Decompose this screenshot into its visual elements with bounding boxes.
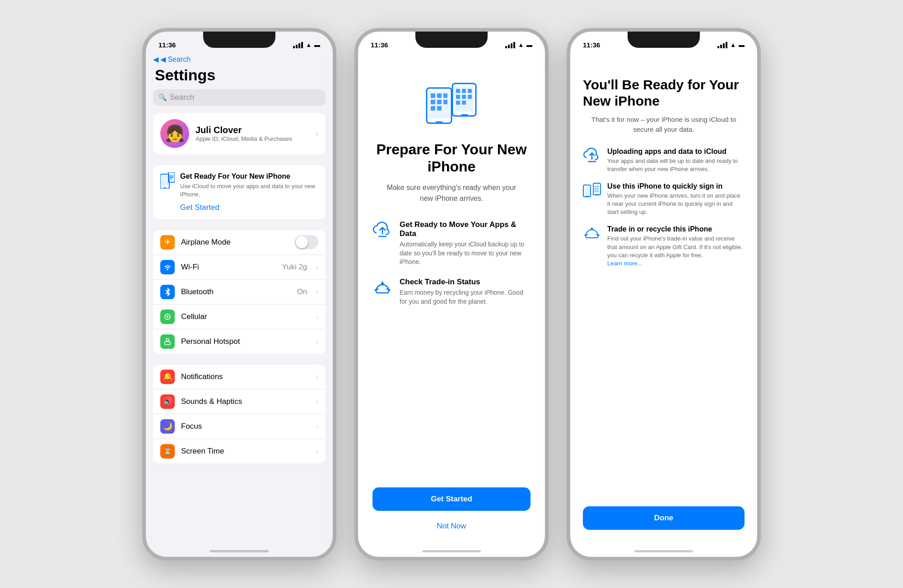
recycle2-icon bbox=[583, 225, 601, 268]
ready-feature-signin-text: Use this iPhone to quickly sign in When … bbox=[607, 182, 745, 217]
not-now-button[interactable]: Not Now bbox=[372, 518, 531, 534]
hotspot-label: Personal Hotspot bbox=[181, 337, 307, 346]
svg-rect-33 bbox=[468, 89, 472, 93]
svg-rect-21 bbox=[437, 93, 442, 98]
battery-icon: ▬ bbox=[314, 42, 320, 48]
svg-rect-51 bbox=[595, 190, 596, 192]
done-button[interactable]: Done bbox=[583, 506, 745, 530]
ready-title: You'll Be Ready for Your New iPhone bbox=[583, 77, 745, 109]
svg-rect-20 bbox=[431, 93, 435, 98]
status-time: 11:36 bbox=[158, 41, 176, 49]
settings-row-sounds[interactable]: 🔊 Sounds & Haptics › bbox=[153, 389, 326, 414]
home-indicator bbox=[634, 550, 693, 552]
profile-card[interactable]: 👧 Juli Clover Apple ID, iCloud, Media & … bbox=[153, 113, 326, 154]
svg-rect-19 bbox=[436, 121, 442, 123]
svg-rect-47 bbox=[595, 186, 596, 187]
focus-icon: 🌙 bbox=[160, 419, 175, 434]
svg-rect-14 bbox=[165, 342, 170, 345]
svg-rect-22 bbox=[443, 93, 447, 98]
phone-settings: 11:36 ▲ ▬ ◀ ◀ Search Settings 🔍 Search bbox=[142, 28, 336, 560]
svg-rect-26 bbox=[431, 106, 435, 111]
cloud-upload-icon bbox=[372, 221, 392, 267]
svg-rect-1 bbox=[161, 176, 168, 185]
feature-move-text: Get Ready to Move Your Apps & Data Autom… bbox=[400, 220, 531, 267]
iphone-icon bbox=[160, 172, 175, 189]
wifi-icon: ▲ bbox=[306, 42, 312, 48]
svg-rect-35 bbox=[462, 95, 466, 99]
wifi-chevron-icon: › bbox=[316, 264, 318, 271]
get-ready-card: Get Ready For Your New iPhone Use iCloud… bbox=[153, 165, 326, 219]
svg-rect-37 bbox=[456, 101, 460, 105]
svg-rect-49 bbox=[595, 188, 596, 190]
svg-rect-50 bbox=[597, 188, 598, 190]
settings-row-bluetooth[interactable]: Bluetooth On › bbox=[153, 280, 326, 305]
svg-point-9 bbox=[167, 316, 168, 318]
ready-buttons: Done bbox=[583, 506, 745, 546]
prepare-content: Prepare For Your New iPhone Make sure ev… bbox=[358, 54, 545, 557]
svg-rect-30 bbox=[461, 114, 468, 116]
svg-point-15 bbox=[166, 338, 169, 341]
upload-icon bbox=[583, 148, 601, 173]
settings-row-screentime[interactable]: ⏳ Screen Time › bbox=[153, 439, 326, 463]
bluetooth-value: On bbox=[297, 287, 307, 296]
feature-tradein-text: Check Trade-in Status Earn money by recy… bbox=[400, 278, 531, 306]
settings-row-cellular[interactable]: Cellular › bbox=[153, 305, 326, 329]
settings-row-wifi[interactable]: Wi-Fi Yuki 2g › bbox=[153, 255, 326, 280]
screentime-icon: ⏳ bbox=[160, 444, 175, 458]
hotspot-chevron-icon: › bbox=[316, 338, 318, 345]
svg-rect-42 bbox=[584, 187, 590, 195]
home-indicator bbox=[210, 550, 269, 552]
search-placeholder: Search bbox=[170, 93, 194, 102]
ready-feature-signin: Use this iPhone to quickly sign in When … bbox=[583, 182, 745, 217]
status-time: 11:36 bbox=[371, 41, 388, 49]
sounds-chevron-icon: › bbox=[316, 398, 318, 405]
screentime-label: Screen Time bbox=[181, 447, 307, 456]
wifi-value: Yuki 2g bbox=[282, 263, 307, 272]
settings-row-focus[interactable]: 🌙 Focus › bbox=[153, 414, 326, 439]
ready-feature-recycle-desc: Find out your iPhone's trade-in value an… bbox=[607, 235, 745, 268]
back-nav[interactable]: ◀ ◀ Search bbox=[146, 54, 333, 66]
get-started-button[interactable]: Get Started bbox=[372, 487, 531, 511]
get-started-link[interactable]: Get Started bbox=[180, 203, 219, 212]
notifications-icon: 🔔 bbox=[160, 370, 175, 384]
ready-features: Uploading apps and data to iCloud Your a… bbox=[583, 148, 745, 506]
ready-feature-signin-title: Use this iPhone to quickly sign in bbox=[607, 182, 745, 190]
signin-icon bbox=[583, 182, 601, 217]
get-ready-subtitle: Use iCloud to move your apps and data to… bbox=[180, 182, 318, 199]
wifi-label: Wi-Fi bbox=[181, 263, 276, 272]
ready-feature-upload: Uploading apps and data to iCloud Your a… bbox=[583, 148, 745, 173]
toggle-knob bbox=[296, 236, 308, 248]
hotspot-icon bbox=[160, 334, 175, 349]
profile-info: Juli Clover Apple ID, iCloud, Media & Pu… bbox=[195, 125, 309, 142]
airplane-label: Airplane Mode bbox=[181, 238, 289, 247]
settings-row-hotspot[interactable]: Personal Hotspot › bbox=[153, 329, 326, 354]
ready-feature-upload-text: Uploading apps and data to iCloud Your a… bbox=[607, 148, 745, 173]
avatar: 👧 bbox=[160, 119, 189, 148]
ready-feature-upload-desc: Your apps and data will be up to date an… bbox=[607, 157, 745, 173]
recycle-icon bbox=[372, 278, 392, 306]
settings-row-notifications[interactable]: 🔔 Notifications › bbox=[153, 365, 326, 389]
bluetooth-icon bbox=[160, 285, 175, 299]
svg-rect-46 bbox=[596, 194, 598, 195]
svg-rect-23 bbox=[431, 100, 435, 104]
settings-row-airplane[interactable]: ✈ Airplane Mode bbox=[153, 230, 326, 255]
search-bar[interactable]: 🔍 Search bbox=[153, 89, 326, 106]
focus-label: Focus bbox=[181, 422, 307, 431]
feature-move-desc: Automatically keep your iCloud backup up… bbox=[400, 240, 531, 267]
get-ready-content: Get Ready For Your New iPhone Use iCloud… bbox=[180, 172, 318, 212]
get-ready-icon bbox=[160, 172, 175, 212]
connectivity-group: ✈ Airplane Mode Wi-Fi Yuki 2g › bbox=[153, 230, 326, 354]
prepare-features: Get Ready to Move Your Apps & Data Autom… bbox=[372, 220, 531, 487]
profile-name: Juli Clover bbox=[195, 125, 309, 135]
cellular-label: Cellular bbox=[181, 312, 307, 321]
svg-rect-48 bbox=[597, 186, 598, 187]
ready-subtitle: That's it for now – your iPhone is using… bbox=[583, 115, 745, 135]
airplane-toggle[interactable] bbox=[295, 235, 318, 249]
learn-more-link[interactable]: Learn more... bbox=[607, 260, 642, 267]
home-indicator bbox=[422, 550, 481, 552]
ready-feature-upload-title: Uploading apps and data to iCloud bbox=[607, 148, 745, 156]
status-icons: ▲ ▬ bbox=[505, 42, 532, 48]
back-chevron-icon: ◀ bbox=[153, 55, 158, 64]
focus-chevron-icon: › bbox=[316, 423, 318, 430]
prepare-hero-icon bbox=[424, 81, 479, 128]
